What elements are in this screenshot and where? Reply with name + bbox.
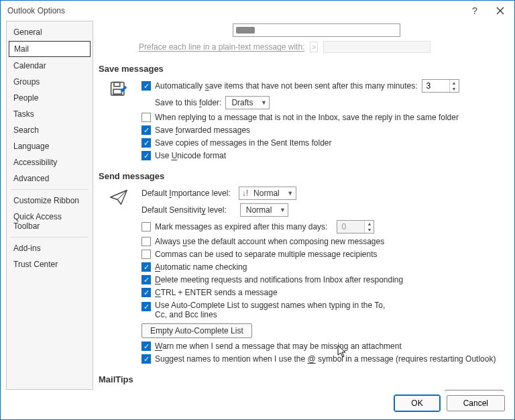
commas-label: Commas can be used to separate multiple … bbox=[155, 250, 378, 259]
send-section-icon bbox=[109, 187, 132, 364]
reply-same-folder-label: When replying to a message that is not i… bbox=[155, 113, 459, 122]
caret-down-icon: ▼ bbox=[285, 190, 296, 197]
grip-icon bbox=[236, 27, 255, 34]
sidebar-item-calendar[interactable]: Calendar bbox=[7, 58, 93, 74]
preface-prefix-row: Preface each line in a plain-text messag… bbox=[99, 41, 504, 60]
suggest-mentions-checkbox[interactable] bbox=[141, 354, 151, 364]
sidebar-item-accessibility[interactable]: Accessibility bbox=[7, 154, 93, 170]
importance-label: Default Importance level: bbox=[141, 189, 231, 198]
sidebar-item-tasks[interactable]: Tasks bbox=[7, 106, 93, 122]
save-folder-label: Save to this folder: bbox=[155, 98, 221, 107]
save-section-icon bbox=[109, 79, 132, 160]
save-forwarded-checkbox[interactable] bbox=[141, 125, 151, 135]
warn-attachment-checkbox[interactable] bbox=[141, 342, 151, 351]
delete-meeting-checkbox[interactable] bbox=[141, 275, 151, 284]
default-account-label: Always use the default account when comp… bbox=[155, 237, 384, 246]
svg-rect-2 bbox=[113, 89, 121, 94]
auto-save-label: Automatically save items that have not b… bbox=[155, 81, 418, 91]
category-sidebar: General Mail Calendar Groups People Task… bbox=[6, 21, 93, 390]
sidebar-item-language[interactable]: Language bbox=[7, 138, 93, 154]
auto-name-checkbox[interactable] bbox=[141, 262, 151, 272]
sidebar-item-general[interactable]: General bbox=[7, 24, 93, 40]
caret-down-icon: ▼ bbox=[277, 207, 288, 213]
auto-save-minutes-input[interactable] bbox=[422, 80, 449, 92]
sidebar-item-people[interactable]: People bbox=[7, 90, 93, 106]
auto-save-checkbox[interactable] bbox=[141, 81, 151, 91]
default-account-checkbox[interactable] bbox=[141, 237, 151, 246]
sidebar-item-groups[interactable]: Groups bbox=[7, 74, 93, 90]
auto-save-minutes-spinner[interactable]: ▲▼ bbox=[422, 79, 459, 93]
section-save-title: Save messages bbox=[99, 60, 504, 76]
delete-meeting-label: Delete meeting requests and notification… bbox=[155, 275, 403, 284]
autocomplete-label: Use Auto-Complete List to suggest names … bbox=[155, 301, 390, 319]
save-folder-select[interactable]: Drafts ▼ bbox=[225, 96, 270, 109]
titlebar: Outlook Options ? bbox=[1, 1, 514, 21]
spinner-arrows[interactable]: ▲▼ bbox=[449, 80, 459, 92]
mailtips-section-icon: i bbox=[109, 390, 132, 391]
partial-dropdown[interactable] bbox=[233, 23, 400, 37]
sidebar-item-addins[interactable]: Add-ins bbox=[7, 240, 93, 256]
autocomplete-checkbox[interactable] bbox=[141, 302, 151, 311]
reply-same-folder-checkbox[interactable] bbox=[141, 113, 151, 122]
save-sent-label: Save copies of messages in the Sent Item… bbox=[155, 138, 331, 148]
sidebar-item-search[interactable]: Search bbox=[7, 122, 93, 138]
section-send-title: Send messages bbox=[99, 167, 504, 184]
importance-icon: ↓! bbox=[239, 189, 248, 198]
sensitivity-select[interactable]: Normal ▼ bbox=[240, 203, 289, 217]
warn-attachment-label: Warn me when I send a message that may b… bbox=[155, 342, 402, 351]
mailtips-options-button[interactable]: MailTips Options... bbox=[445, 390, 504, 391]
partial-row-cut bbox=[99, 21, 504, 41]
expired-label: Mark messages as expired after this many… bbox=[155, 222, 327, 231]
auto-name-label: Automatic name checking bbox=[155, 262, 247, 272]
expired-days-spinner[interactable]: ▲▼ bbox=[337, 220, 374, 233]
suggest-mentions-label: Suggest names to mention when I use the … bbox=[155, 354, 496, 364]
floppy-edit-icon bbox=[109, 81, 128, 99]
sensitivity-label: Default Sensitivity level: bbox=[141, 205, 227, 215]
svg-rect-1 bbox=[114, 83, 120, 87]
ctrl-enter-checkbox[interactable] bbox=[141, 288, 151, 297]
use-unicode-label: Use Unicode format bbox=[155, 151, 226, 160]
importance-select[interactable]: ↓! Normal ▼ bbox=[239, 187, 296, 200]
save-forwarded-label: Save forwarded messages bbox=[155, 125, 250, 135]
close-button[interactable] bbox=[490, 3, 510, 19]
spinner-arrows[interactable]: ▲▼ bbox=[364, 221, 374, 233]
save-sent-checkbox[interactable] bbox=[141, 138, 151, 148]
commas-checkbox[interactable] bbox=[141, 250, 151, 259]
help-button[interactable]: ? bbox=[465, 3, 485, 19]
expired-checkbox[interactable] bbox=[141, 222, 151, 231]
use-unicode-checkbox[interactable] bbox=[141, 151, 151, 160]
section-mailtips-title: MailTips bbox=[99, 370, 504, 387]
cancel-button[interactable]: Cancel bbox=[447, 395, 505, 411]
sidebar-item-customize-ribbon[interactable]: Customize Ribbon bbox=[7, 193, 93, 209]
sidebar-item-mail[interactable]: Mail bbox=[9, 41, 91, 57]
sidebar-item-quick-access-toolbar[interactable]: Quick Access Toolbar bbox=[7, 209, 93, 234]
window-title: Outlook Options bbox=[7, 6, 65, 15]
options-content[interactable]: Preface each line in a plain-text messag… bbox=[99, 21, 505, 391]
titlebar-actions: ? bbox=[465, 3, 510, 19]
dialog-footer: OK Cancel bbox=[1, 391, 514, 419]
preface-label: Preface each line in a plain-text messag… bbox=[139, 42, 304, 52]
mailtips-description: Manage MailTips options. For example, yo… bbox=[141, 390, 437, 391]
close-icon bbox=[496, 7, 504, 15]
preface-input[interactable] bbox=[323, 41, 431, 53]
sidebar-item-advanced[interactable]: Advanced bbox=[7, 170, 93, 187]
caret-down-icon: ▼ bbox=[258, 99, 269, 106]
ok-button[interactable]: OK bbox=[394, 395, 439, 411]
sidebar-item-trust-center[interactable]: Trust Center bbox=[7, 256, 93, 272]
paper-plane-icon bbox=[109, 188, 128, 207]
empty-autocomplete-button[interactable]: Empty Auto-Complete List bbox=[141, 323, 252, 338]
ctrl-enter-label: CTRL + ENTER sends a message bbox=[155, 288, 278, 297]
preface-chevron-button[interactable]: > bbox=[310, 42, 318, 52]
expired-days-input[interactable] bbox=[337, 221, 364, 233]
sidebar-separator bbox=[11, 237, 89, 238]
sidebar-separator bbox=[11, 189, 89, 190]
